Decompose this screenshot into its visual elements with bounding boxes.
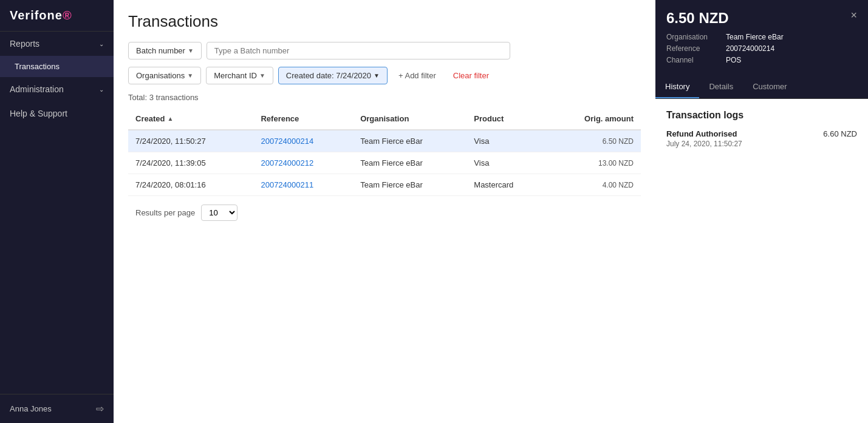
sidebar-transactions-label: Transactions [15, 62, 60, 71]
col-product: Product [466, 108, 547, 130]
batch-number-dropdown[interactable]: Batch number ▼ [128, 42, 202, 59]
sort-asc-icon: ▲ [167, 115, 173, 122]
panel-header: 6.50 NZD × [655, 0, 868, 27]
log-date: July 24, 2020, 11:50:27 [666, 140, 823, 148]
sidebar-item-reports[interactable]: Reports ⌄ [0, 32, 114, 56]
filter-bar-row1: Batch number ▼ [128, 42, 641, 59]
panel-meta-row: ChannelPOS [666, 56, 857, 64]
cell-reference: 200724000214 [253, 130, 353, 152]
panel-meta: OrganisationTeam Fierce eBarReference200… [655, 27, 868, 76]
clear-filter-button[interactable]: Clear filter [447, 67, 495, 84]
panel-tab-history[interactable]: History [655, 76, 699, 98]
created-date-label: Created date: 7/24/2020 [286, 71, 371, 80]
cell-organisation: Team Fierce eBar [353, 174, 466, 196]
panel-tabs: HistoryDetailsCustomer [655, 76, 868, 99]
organisations-label: Organisations [136, 71, 185, 80]
chevron-down-icon-date: ▼ [374, 72, 380, 79]
created-sort[interactable]: Created ▲ [135, 114, 173, 123]
panel-amount: 6.50 NZD [666, 10, 729, 27]
log-amount: 6.60 NZD [823, 129, 857, 148]
sidebar-nav: Reports ⌄ Transactions Administration ⌄ … [0, 32, 114, 394]
right-panel: 6.50 NZD × OrganisationTeam Fierce eBarR… [655, 0, 868, 423]
sidebar-reports-label: Reports [10, 39, 39, 49]
chevron-down-icon-admin: ⌄ [99, 86, 104, 93]
main-content-area: Transactions Batch number ▼ Organisation… [114, 0, 655, 423]
logout-icon[interactable]: ⇨ [96, 403, 104, 415]
cell-product: Visa [466, 130, 547, 152]
table-row[interactable]: 7/24/2020, 08:01:16 200724000211 Team Fi… [128, 174, 641, 196]
add-filter-button[interactable]: + Add filter [392, 67, 442, 84]
cell-created: 7/24/2020, 08:01:16 [128, 174, 253, 196]
chevron-down-icon-org: ▼ [187, 72, 193, 79]
panel-tab-customer[interactable]: Customer [743, 76, 796, 98]
meta-value: 200724000214 [726, 44, 774, 53]
results-per-page-label: Results per page [135, 208, 195, 217]
panel-body: Transaction logs Refund Authorised July … [655, 99, 868, 423]
cell-organisation: Team Fierce eBar [353, 130, 466, 152]
col-organisation: Organisation [353, 108, 466, 130]
col-reference: Reference [253, 108, 353, 130]
total-transactions-label: Total: 3 transactions [128, 93, 641, 102]
merchant-id-dropdown[interactable]: Merchant ID ▼ [206, 67, 273, 84]
panel-meta-row: OrganisationTeam Fierce eBar [666, 33, 857, 41]
sidebar-item-transactions[interactable]: Transactions [0, 56, 114, 77]
sidebar-item-administration[interactable]: Administration ⌄ [0, 77, 114, 101]
sidebar-user-name: Anna Jones [10, 404, 52, 413]
col-orig-amount: Orig. amount [547, 108, 641, 130]
main-content: Transactions Batch number ▼ Organisation… [114, 0, 655, 423]
transactions-table-body: 7/24/2020, 11:50:27 200724000214 Team Fi… [128, 130, 641, 196]
panel-tab-details[interactable]: Details [699, 76, 743, 98]
sidebar: Verifone® Reports ⌄ Transactions Adminis… [0, 0, 114, 423]
log-item: Refund Authorised July 24, 2020, 11:50:2… [666, 129, 857, 148]
batch-number-input[interactable] [207, 42, 510, 59]
filter-bar-row2: Organisations ▼ Merchant ID ▼ Created da… [128, 67, 641, 84]
table-row[interactable]: 7/24/2020, 11:50:27 200724000214 Team Fi… [128, 130, 641, 152]
meta-key: Channel [666, 56, 721, 64]
log-title: Refund Authorised [666, 129, 823, 138]
panel-body-title: Transaction logs [666, 110, 857, 121]
cell-amount: 6.50 NZD [547, 130, 641, 152]
chevron-down-icon-batch: ▼ [188, 47, 194, 54]
sidebar-item-help[interactable]: Help & Support [0, 101, 114, 126]
batch-number-label: Batch number [136, 46, 185, 55]
transactions-table: Created ▲ Reference Organisation Product… [128, 108, 641, 196]
sidebar-help-label: Help & Support [10, 109, 67, 118]
cell-organisation: Team Fierce eBar [353, 152, 466, 174]
cell-created: 7/24/2020, 11:50:27 [128, 130, 253, 152]
created-date-filter[interactable]: Created date: 7/24/2020 ▼ [278, 67, 388, 84]
organisations-dropdown[interactable]: Organisations ▼ [128, 67, 201, 84]
page-title: Transactions [128, 12, 641, 31]
meta-value: POS [726, 56, 741, 64]
cell-amount: 13.00 NZD [547, 152, 641, 174]
chevron-down-icon: ⌄ [99, 41, 104, 47]
sidebar-logo: Verifone® [0, 0, 114, 32]
logo-text: Verifone® [10, 8, 72, 22]
cell-amount: 4.00 NZD [547, 174, 641, 196]
merchant-id-label: Merchant ID [214, 71, 257, 80]
cell-reference: 200724000211 [253, 174, 353, 196]
sidebar-footer: Anna Jones ⇨ [0, 394, 114, 423]
cell-product: Mastercard [466, 174, 547, 196]
panel-close-button[interactable]: × [850, 10, 857, 21]
col-created: Created ▲ [128, 108, 253, 130]
pagination-bar: Results per page 102550100 [128, 196, 641, 229]
results-per-page-select[interactable]: 102550100 [201, 205, 238, 221]
panel-logs: Refund Authorised July 24, 2020, 11:50:2… [666, 129, 857, 148]
cell-product: Visa [466, 152, 547, 174]
panel-meta-row: Reference200724000214 [666, 44, 857, 53]
cell-reference: 200724000212 [253, 152, 353, 174]
meta-value: Team Fierce eBar [726, 33, 784, 41]
table-row[interactable]: 7/24/2020, 11:39:05 200724000212 Team Fi… [128, 152, 641, 174]
meta-key: Organisation [666, 33, 721, 41]
cell-created: 7/24/2020, 11:39:05 [128, 152, 253, 174]
meta-key: Reference [666, 44, 721, 53]
table-header-row: Created ▲ Reference Organisation Product… [128, 108, 641, 130]
chevron-down-icon-merchant: ▼ [259, 72, 265, 79]
sidebar-administration-label: Administration [10, 84, 64, 94]
